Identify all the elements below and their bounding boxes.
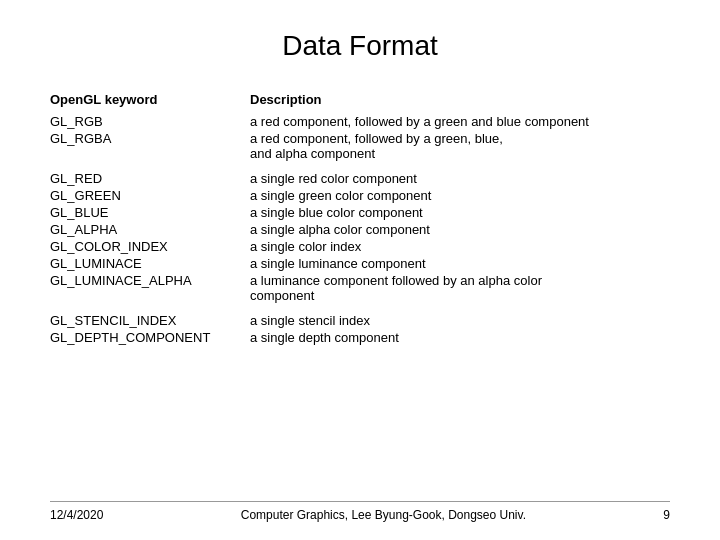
description-cell: a single stencil index [250, 312, 670, 329]
keyword-cell: GL_BLUE [50, 204, 250, 221]
description-cell: a single red color component [250, 170, 670, 187]
table-row: GL_LUMINACE_ALPHAa luminance component f… [50, 272, 670, 304]
col-description-header: Description [250, 90, 670, 113]
keyword-cell: GL_RED [50, 170, 250, 187]
table-row: GL_GREENa single green color component [50, 187, 670, 204]
description-cell: a single depth component [250, 329, 670, 346]
keyword-cell: GL_GREEN [50, 187, 250, 204]
table-row: GL_ALPHAa single alpha color component [50, 221, 670, 238]
slide: Data Format OpenGL keyword Description G… [0, 0, 720, 540]
table-row: GL_RGBAa red component, followed by a gr… [50, 130, 670, 162]
table-header-row: OpenGL keyword Description [50, 90, 670, 113]
keyword-cell: GL_LUMINACE_ALPHA [50, 272, 250, 304]
table-row [50, 304, 670, 312]
table-row: GL_DEPTH_COMPONENTa single depth compone… [50, 329, 670, 346]
footer-page: 9 [663, 508, 670, 522]
table-row: GL_LUMINACEa single luminance component [50, 255, 670, 272]
slide-title: Data Format [50, 30, 670, 62]
table-row [50, 162, 670, 170]
data-table: OpenGL keyword Description GL_RGBa red c… [50, 90, 670, 346]
slide-footer: 12/4/2020 Computer Graphics, Lee Byung-G… [50, 501, 670, 522]
data-table-container: OpenGL keyword Description GL_RGBa red c… [50, 90, 670, 346]
keyword-cell: GL_COLOR_INDEX [50, 238, 250, 255]
description-cell: a red component, followed by a green, bl… [250, 130, 670, 162]
keyword-cell: GL_ALPHA [50, 221, 250, 238]
keyword-cell: GL_LUMINACE [50, 255, 250, 272]
description-cell: a single color index [250, 238, 670, 255]
keyword-cell: GL_RGB [50, 113, 250, 130]
footer-date: 12/4/2020 [50, 508, 103, 522]
footer-credit: Computer Graphics, Lee Byung-Gook, Dongs… [241, 508, 526, 522]
description-cell: a single green color component [250, 187, 670, 204]
description-cell: a single alpha color component [250, 221, 670, 238]
table-row: GL_COLOR_INDEXa single color index [50, 238, 670, 255]
description-cell: a single luminance component [250, 255, 670, 272]
keyword-cell: GL_RGBA [50, 130, 250, 162]
table-row: GL_STENCIL_INDEXa single stencil index [50, 312, 670, 329]
description-cell: a single blue color component [250, 204, 670, 221]
col-keyword-header: OpenGL keyword [50, 90, 250, 113]
description-cell: a red component, followed by a green and… [250, 113, 670, 130]
description-cell: a luminance component followed by an alp… [250, 272, 670, 304]
keyword-cell: GL_DEPTH_COMPONENT [50, 329, 250, 346]
table-row: GL_REDa single red color component [50, 170, 670, 187]
table-row: GL_BLUEa single blue color component [50, 204, 670, 221]
keyword-cell: GL_STENCIL_INDEX [50, 312, 250, 329]
table-row: GL_RGBa red component, followed by a gre… [50, 113, 670, 130]
